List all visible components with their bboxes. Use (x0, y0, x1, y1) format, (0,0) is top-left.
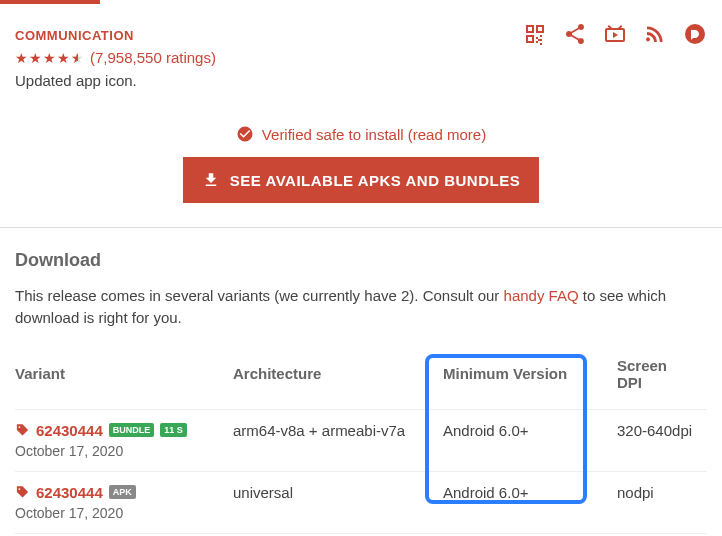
star-half-icon: ★ (71, 50, 84, 66)
share-icon[interactable] (563, 22, 587, 50)
min-cell: Android 6.0+ (443, 471, 617, 533)
verified-text: Verified safe to install (read more) (262, 126, 486, 143)
rating-count: (7,958,550 ratings) (90, 49, 216, 66)
verified-link[interactable]: Verified safe to install (read more) (15, 125, 707, 143)
badge: APK (109, 485, 136, 499)
app-header: COMMUNICATION ★ ★ ★ ★ ★ (7,958,550 ratin… (0, 0, 722, 228)
see-apks-button[interactable]: SEE AVAILABLE APKS AND BUNDLES (183, 157, 539, 203)
variants-table: Variant Architecture Minimum Version Scr… (15, 349, 707, 534)
tag-icon (15, 485, 30, 500)
min-cell: Android 6.0+ (443, 409, 617, 471)
dpi-cell: nodpi (617, 471, 707, 533)
tag-icon (15, 423, 30, 438)
variant-date: October 17, 2020 (15, 505, 221, 521)
action-icons (523, 22, 707, 50)
badge: 11 S (160, 423, 187, 437)
disqus-icon[interactable] (683, 22, 707, 50)
cta-label: SEE AVAILABLE APKS AND BUNDLES (230, 172, 520, 189)
app-description: Updated app icon. (15, 72, 707, 89)
variant-link[interactable]: 62430444 APK (15, 484, 221, 501)
variant-date: October 17, 2020 (15, 443, 221, 459)
col-min[interactable]: Minimum Version (443, 349, 617, 410)
download-heading: Download (15, 250, 707, 271)
stars: ★ ★ ★ ★ ★ (15, 50, 84, 66)
star-icon: ★ (43, 50, 56, 66)
download-description: This release comes in several variants (… (15, 285, 707, 329)
badge: BUNDLE (109, 423, 155, 437)
star-icon: ★ (29, 50, 42, 66)
rating-row[interactable]: ★ ★ ★ ★ ★ (7,958,550 ratings) (15, 49, 707, 66)
qr-icon[interactable] (523, 22, 547, 50)
check-circle-icon (236, 125, 254, 143)
col-arch[interactable]: Architecture (233, 349, 443, 410)
rss-icon[interactable] (643, 22, 667, 50)
variant-link[interactable]: 62430444 BUNDLE 11 S (15, 422, 221, 439)
dpi-cell: 320-640dpi (617, 409, 707, 471)
col-variant[interactable]: Variant (15, 349, 233, 410)
col-dpi[interactable]: Screen DPI (617, 349, 707, 410)
faq-link[interactable]: handy FAQ (504, 287, 579, 304)
table-row: 62430444 APK October 17, 2020 universal … (15, 471, 707, 533)
download-section: Download This release comes in several v… (0, 228, 722, 534)
star-icon: ★ (57, 50, 70, 66)
download-icon (202, 171, 220, 189)
star-icon: ★ (15, 50, 28, 66)
table-row: 62430444 BUNDLE 11 S October 17, 2020 ar… (15, 409, 707, 471)
arch-cell: arm64-v8a + armeabi-v7a (233, 409, 443, 471)
play-store-icon[interactable] (603, 22, 627, 50)
arch-cell: universal (233, 471, 443, 533)
